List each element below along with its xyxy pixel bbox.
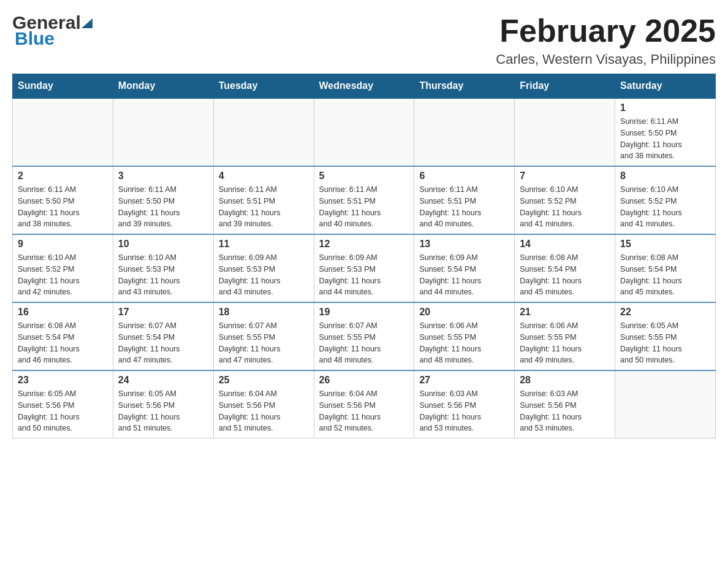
day-cell: 8Sunrise: 6:10 AM Sunset: 5:52 PM Daylig… <box>615 166 716 234</box>
day-info: Sunrise: 6:09 AM Sunset: 5:53 PM Dayligh… <box>219 252 309 298</box>
days-header-row: SundayMondayTuesdayWednesdayThursdayFrid… <box>13 74 716 99</box>
day-cell <box>515 98 615 166</box>
day-cell <box>13 98 113 166</box>
day-info: Sunrise: 6:03 AM Sunset: 5:56 PM Dayligh… <box>419 388 509 434</box>
day-info: Sunrise: 6:08 AM Sunset: 5:54 PM Dayligh… <box>520 252 610 298</box>
day-cell: 9Sunrise: 6:10 AM Sunset: 5:52 PM Daylig… <box>13 234 113 302</box>
svg-marker-0 <box>82 18 93 28</box>
day-number: 7 <box>520 170 610 182</box>
day-cell: 28Sunrise: 6:03 AM Sunset: 5:56 PM Dayli… <box>515 370 615 439</box>
day-cell: 18Sunrise: 6:07 AM Sunset: 5:55 PM Dayli… <box>213 302 314 370</box>
day-number: 17 <box>118 307 208 318</box>
week-row-1: 1Sunrise: 6:11 AM Sunset: 5:50 PM Daylig… <box>13 98 716 166</box>
week-row-5: 23Sunrise: 6:05 AM Sunset: 5:56 PM Dayli… <box>13 370 716 439</box>
header: General Blue February 2025 Carles, Weste… <box>12 12 716 67</box>
day-number: 25 <box>219 375 309 386</box>
day-cell: 7Sunrise: 6:10 AM Sunset: 5:52 PM Daylig… <box>515 166 615 234</box>
day-number: 21 <box>520 307 610 318</box>
day-info: Sunrise: 6:11 AM Sunset: 5:50 PM Dayligh… <box>118 184 208 230</box>
day-number: 16 <box>18 307 108 318</box>
day-cell <box>113 98 213 166</box>
day-info: Sunrise: 6:06 AM Sunset: 5:55 PM Dayligh… <box>419 320 509 366</box>
day-number: 15 <box>620 239 710 250</box>
day-cell: 13Sunrise: 6:09 AM Sunset: 5:54 PM Dayli… <box>414 234 515 302</box>
day-cell: 10Sunrise: 6:10 AM Sunset: 5:53 PM Dayli… <box>113 234 213 302</box>
day-info: Sunrise: 6:11 AM Sunset: 5:51 PM Dayligh… <box>219 184 309 230</box>
day-number: 20 <box>419 307 509 318</box>
day-number: 19 <box>319 307 409 318</box>
day-number: 9 <box>18 239 108 250</box>
day-info: Sunrise: 6:06 AM Sunset: 5:55 PM Dayligh… <box>520 320 610 366</box>
day-number: 3 <box>118 170 208 182</box>
day-header-tuesday: Tuesday <box>213 74 314 99</box>
day-info: Sunrise: 6:09 AM Sunset: 5:54 PM Dayligh… <box>419 252 509 298</box>
day-info: Sunrise: 6:08 AM Sunset: 5:54 PM Dayligh… <box>18 320 108 366</box>
day-info: Sunrise: 6:07 AM Sunset: 5:55 PM Dayligh… <box>319 320 409 366</box>
day-cell: 4Sunrise: 6:11 AM Sunset: 5:51 PM Daylig… <box>213 166 314 234</box>
day-number: 11 <box>219 239 309 250</box>
day-cell: 1Sunrise: 6:11 AM Sunset: 5:50 PM Daylig… <box>615 98 716 166</box>
day-number: 28 <box>520 375 610 386</box>
day-header-friday: Friday <box>515 74 615 99</box>
day-number: 2 <box>18 170 108 182</box>
day-cell: 6Sunrise: 6:11 AM Sunset: 5:51 PM Daylig… <box>414 166 515 234</box>
day-number: 5 <box>319 170 409 182</box>
title-area: February 2025 Carles, Western Visayas, P… <box>496 12 716 67</box>
day-number: 6 <box>419 170 509 182</box>
day-cell: 22Sunrise: 6:05 AM Sunset: 5:55 PM Dayli… <box>615 302 716 370</box>
day-info: Sunrise: 6:10 AM Sunset: 5:52 PM Dayligh… <box>18 252 108 298</box>
day-info: Sunrise: 6:11 AM Sunset: 5:51 PM Dayligh… <box>319 184 409 230</box>
day-cell: 23Sunrise: 6:05 AM Sunset: 5:56 PM Dayli… <box>13 370 113 439</box>
day-cell: 26Sunrise: 6:04 AM Sunset: 5:56 PM Dayli… <box>314 370 414 439</box>
day-number: 24 <box>118 375 208 386</box>
calendar-table: SundayMondayTuesdayWednesdayThursdayFrid… <box>12 74 716 439</box>
day-number: 12 <box>319 239 409 250</box>
day-info: Sunrise: 6:10 AM Sunset: 5:52 PM Dayligh… <box>520 184 610 230</box>
day-number: 14 <box>520 239 610 250</box>
day-info: Sunrise: 6:07 AM Sunset: 5:55 PM Dayligh… <box>219 320 309 366</box>
day-info: Sunrise: 6:05 AM Sunset: 5:56 PM Dayligh… <box>18 388 108 434</box>
day-info: Sunrise: 6:11 AM Sunset: 5:51 PM Dayligh… <box>419 184 509 230</box>
day-cell: 3Sunrise: 6:11 AM Sunset: 5:50 PM Daylig… <box>113 166 213 234</box>
day-info: Sunrise: 6:04 AM Sunset: 5:56 PM Dayligh… <box>219 388 309 434</box>
day-cell: 27Sunrise: 6:03 AM Sunset: 5:56 PM Dayli… <box>414 370 515 439</box>
day-cell: 25Sunrise: 6:04 AM Sunset: 5:56 PM Dayli… <box>213 370 314 439</box>
day-cell <box>314 98 414 166</box>
day-number: 4 <box>219 170 309 182</box>
logo-triangle-icon <box>82 18 93 28</box>
day-cell: 14Sunrise: 6:08 AM Sunset: 5:54 PM Dayli… <box>515 234 615 302</box>
day-number: 23 <box>18 375 108 386</box>
week-row-4: 16Sunrise: 6:08 AM Sunset: 5:54 PM Dayli… <box>13 302 716 370</box>
day-cell: 19Sunrise: 6:07 AM Sunset: 5:55 PM Dayli… <box>314 302 414 370</box>
day-cell <box>213 98 314 166</box>
day-header-sunday: Sunday <box>13 74 113 99</box>
calendar-subtitle: Carles, Western Visayas, Philippines <box>496 52 716 67</box>
day-info: Sunrise: 6:11 AM Sunset: 5:50 PM Dayligh… <box>18 184 108 230</box>
day-number: 8 <box>620 170 710 182</box>
day-cell: 21Sunrise: 6:06 AM Sunset: 5:55 PM Dayli… <box>515 302 615 370</box>
day-cell: 2Sunrise: 6:11 AM Sunset: 5:50 PM Daylig… <box>13 166 113 234</box>
week-row-3: 9Sunrise: 6:10 AM Sunset: 5:52 PM Daylig… <box>13 234 716 302</box>
day-info: Sunrise: 6:10 AM Sunset: 5:52 PM Dayligh… <box>620 184 710 230</box>
day-number: 22 <box>620 307 710 318</box>
day-info: Sunrise: 6:07 AM Sunset: 5:54 PM Dayligh… <box>118 320 208 366</box>
day-header-monday: Monday <box>113 74 213 99</box>
day-cell: 5Sunrise: 6:11 AM Sunset: 5:51 PM Daylig… <box>314 166 414 234</box>
day-header-thursday: Thursday <box>414 74 515 99</box>
logo-blue-text: Blue <box>15 28 55 49</box>
day-info: Sunrise: 6:05 AM Sunset: 5:56 PM Dayligh… <box>118 388 208 434</box>
day-cell: 15Sunrise: 6:08 AM Sunset: 5:54 PM Dayli… <box>615 234 716 302</box>
day-cell: 17Sunrise: 6:07 AM Sunset: 5:54 PM Dayli… <box>113 302 213 370</box>
day-header-wednesday: Wednesday <box>314 74 414 99</box>
day-number: 27 <box>419 375 509 386</box>
day-number: 18 <box>219 307 309 318</box>
day-info: Sunrise: 6:08 AM Sunset: 5:54 PM Dayligh… <box>620 252 710 298</box>
day-info: Sunrise: 6:05 AM Sunset: 5:55 PM Dayligh… <box>620 320 710 366</box>
day-number: 1 <box>620 102 710 113</box>
day-number: 26 <box>319 375 409 386</box>
week-row-2: 2Sunrise: 6:11 AM Sunset: 5:50 PM Daylig… <box>13 166 716 234</box>
day-cell: 24Sunrise: 6:05 AM Sunset: 5:56 PM Dayli… <box>113 370 213 439</box>
day-cell: 16Sunrise: 6:08 AM Sunset: 5:54 PM Dayli… <box>13 302 113 370</box>
day-info: Sunrise: 6:09 AM Sunset: 5:53 PM Dayligh… <box>319 252 409 298</box>
day-info: Sunrise: 6:10 AM Sunset: 5:53 PM Dayligh… <box>118 252 208 298</box>
